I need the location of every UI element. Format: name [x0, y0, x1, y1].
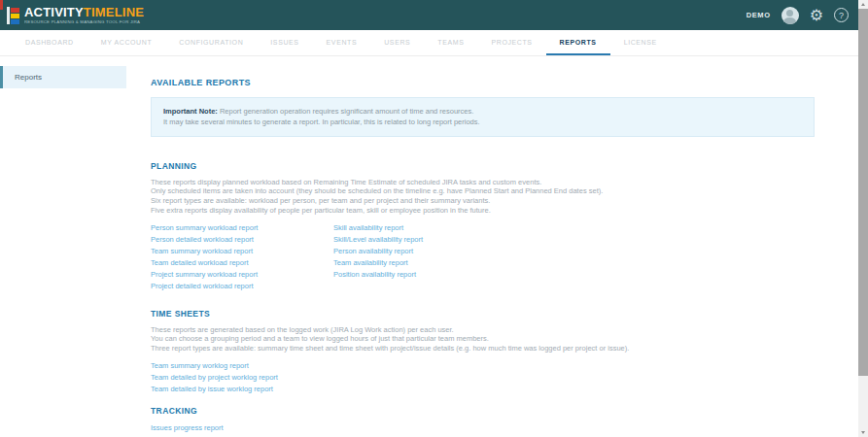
scrollbar-up-arrow[interactable]: [858, 0, 868, 9]
tab-my-account[interactable]: MY ACCOUNT: [87, 30, 166, 55]
logo-blue-block: [11, 19, 19, 24]
tab-users[interactable]: USERS: [370, 30, 424, 55]
report-link[interactable]: Project summary workload report: [151, 271, 333, 279]
tab-configuration[interactable]: CONFIGURATION: [165, 30, 257, 55]
tab-teams[interactable]: TEAMS: [424, 30, 477, 55]
content-area: Reports AVAILABLE REPORTS Important Note…: [0, 56, 858, 437]
description-line: Only scheduled items are taken into acco…: [151, 186, 815, 196]
sidebar-item-reports[interactable]: Reports: [0, 66, 126, 88]
section-time-sheets-description: These reports are generated based on the…: [151, 325, 815, 353]
help-icon[interactable]: ?: [834, 8, 849, 22]
report-link[interactable]: Team summary worklog report: [151, 362, 815, 370]
tab-projects[interactable]: PROJECTS: [477, 30, 545, 55]
vertical-scrollbar[interactable]: [858, 0, 868, 437]
planning-links-column-1: Person summary workload reportPerson det…: [151, 224, 333, 294]
description-line: You can choose a grouping period and a t…: [151, 334, 815, 344]
section-planning: PLANNING These reports display planned w…: [151, 161, 815, 294]
description-line: Five extra reports display availability …: [151, 206, 815, 216]
main-panel: AVAILABLE REPORTS Important Note: Report…: [126, 56, 858, 437]
page-title: AVAILABLE REPORTS: [151, 78, 815, 87]
report-link[interactable]: Team summary workload report: [151, 248, 333, 255]
logo-yellow-block: [11, 14, 19, 18]
time-sheets-links: Team summary worklog reportTeam detailed…: [151, 362, 815, 393]
scrollbar-thumb[interactable]: [858, 9, 868, 376]
report-link[interactable]: Person summary workload report: [151, 224, 333, 232]
report-link[interactable]: Position availability report: [333, 271, 815, 279]
note-bold-label: Important Note:: [163, 107, 218, 116]
planning-links: Person summary workload reportPerson det…: [151, 224, 815, 294]
report-link[interactable]: Skill/Level availability report: [333, 236, 815, 244]
description-line: These reports display planned workload b…: [151, 178, 815, 187]
important-note-box: Important Note: Report generation operat…: [151, 97, 815, 137]
tab-issues[interactable]: ISSUES: [257, 30, 312, 55]
report-link[interactable]: Team detailed workload report: [151, 259, 333, 267]
section-tracking-title: TRACKING: [151, 406, 815, 416]
report-link[interactable]: Issues progress report: [151, 424, 815, 432]
report-link[interactable]: Team availability report: [333, 259, 815, 267]
logo-text: ACTIVITYTIMELINE RESOURCE PLANNING & MAN…: [24, 6, 186, 25]
report-link[interactable]: Team detailed by issue worklog report: [151, 386, 815, 393]
logo-tagline: RESOURCE PLANNING & MANAGING TOOL FOR JI…: [24, 19, 140, 23]
gear-icon[interactable]: ⚙: [810, 8, 823, 23]
tab-reports[interactable]: REPORTS: [546, 30, 610, 55]
tab-dashboard[interactable]: DASHBOARD: [12, 30, 87, 55]
planning-links-column-2: Skill availability reportSkill/Level ava…: [333, 224, 815, 294]
description-line: These reports are generated based on the…: [151, 325, 815, 335]
app-logo[interactable]: ACTIVITYTIMELINE RESOURCE PLANNING & MAN…: [7, 6, 186, 25]
description-line: Six report types are available: workload…: [151, 196, 815, 206]
section-planning-title: PLANNING: [151, 161, 815, 171]
logo-title-activity: ACTIVITY: [24, 5, 84, 19]
note-line-1: Important Note: Report generation operat…: [163, 106, 802, 117]
logo-pole: [7, 7, 10, 24]
header-right-controls: DEMO ⚙ ?: [746, 0, 849, 30]
report-link[interactable]: Project detailed workload report: [151, 283, 333, 290]
logo-red-block: [11, 8, 19, 13]
left-edge-red-strip: [0, 0, 3, 10]
section-tracking: TRACKING Issues progress reportVacation …: [151, 406, 815, 437]
app-header: ACTIVITYTIMELINE RESOURCE PLANNING & MAN…: [0, 0, 858, 30]
scrollbar-down-arrow[interactable]: [858, 428, 868, 437]
report-link[interactable]: Skill availability report: [333, 224, 815, 232]
note-line-2: It may take several minutes to generate …: [163, 117, 802, 127]
note-text-1: Report generation operation requires sig…: [218, 107, 473, 116]
user-avatar[interactable]: [781, 7, 799, 24]
main-nav: DASHBOARDMY ACCOUNTCONFIGURATIONISSUESEV…: [0, 30, 858, 56]
section-time-sheets: TIME SHEETS These reports are generated …: [151, 309, 815, 393]
logo-title: ACTIVITYTIMELINE: [24, 6, 186, 18]
report-link[interactable]: Team detailed by project worklog report: [151, 374, 815, 382]
logo-title-timeline: TIMELINE: [84, 5, 144, 19]
sidebar: Reports: [0, 56, 126, 437]
report-link[interactable]: Person detailed workload report: [151, 236, 333, 244]
tab-events[interactable]: EVENTS: [313, 30, 371, 55]
tracking-links: Issues progress reportVacation report: [151, 424, 815, 437]
activitytimeline-logo-icon: [7, 7, 19, 24]
description-line: Three report types are available: summar…: [151, 344, 815, 353]
section-time-sheets-title: TIME SHEETS: [151, 309, 815, 319]
tab-license[interactable]: LICENSE: [610, 30, 671, 55]
user-name-label[interactable]: DEMO: [746, 11, 771, 19]
section-planning-description: These reports display planned workload b…: [151, 178, 815, 216]
report-link[interactable]: Person availability report: [333, 248, 815, 255]
